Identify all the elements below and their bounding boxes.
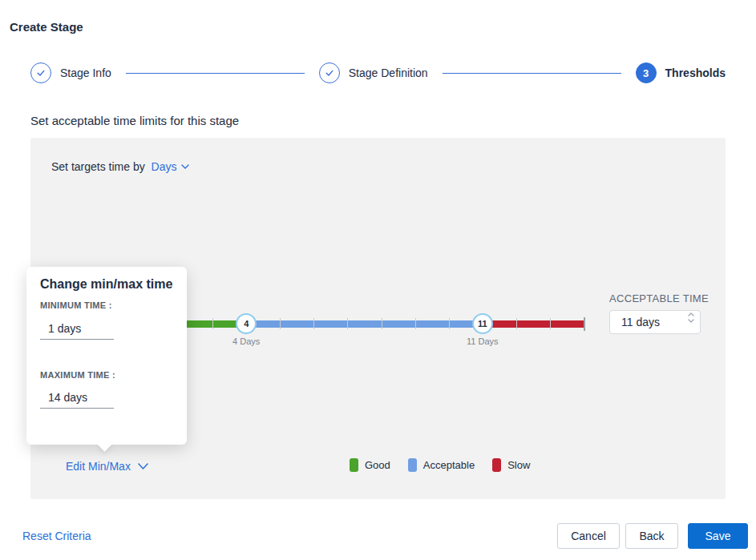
section-subtitle: Set acceptable time limits for this stag… (30, 114, 239, 127)
slider-tick (212, 318, 213, 329)
slider-segment-slow (483, 320, 584, 328)
slider-tick (382, 318, 382, 329)
page-title: Create Stage (10, 20, 83, 34)
slider-handle-4[interactable]: 4 (236, 313, 257, 334)
edit-minmax-label: Edit Min/Max (66, 460, 131, 473)
slider-tick (516, 318, 517, 329)
maximum-time-label: MAXIMUM TIME : (40, 370, 115, 380)
reset-criteria-link[interactable]: Reset Criteria (22, 530, 91, 542)
acceptable-time-input[interactable] (609, 310, 701, 334)
legend-label: Slow (507, 458, 530, 471)
acceptable-swatch-icon (408, 458, 417, 472)
slider-handle-label: 11 Days (455, 336, 511, 346)
slider-legend: Good Acceptable Slow (350, 458, 530, 472)
step-label: Stage Info (60, 66, 111, 79)
popover-title: Change min/max time (40, 277, 172, 292)
chevron-down-icon (138, 463, 148, 469)
legend-item-good: Good (350, 458, 390, 472)
step-label: Thresholds (665, 66, 726, 79)
slider-tick (347, 318, 348, 329)
slider-handle-label: 4 Days (218, 336, 274, 346)
stepper: Stage Info Stage Definition 3 Thresholds (30, 62, 726, 83)
step-thresholds[interactable]: 3 Thresholds (636, 62, 726, 83)
back-button[interactable]: Back (625, 523, 678, 549)
slider-tick (584, 317, 585, 331)
stepper-connector (443, 73, 621, 74)
step-label: Stage Definition (349, 66, 428, 79)
slider-segment-acceptable (246, 320, 483, 328)
slider-tick (415, 318, 416, 329)
stepper-connector (126, 73, 305, 74)
slider-tick (280, 318, 281, 329)
cancel-button[interactable]: Cancel (557, 523, 620, 549)
legend-label: Good (365, 458, 390, 471)
step-stage-info[interactable]: Stage Info (30, 62, 111, 83)
minimum-time-label: MINIMUM TIME : (40, 300, 112, 310)
edit-minmax-toggle[interactable]: Edit Min/Max (66, 460, 148, 473)
save-button[interactable]: Save (688, 523, 748, 549)
step-stage-definition[interactable]: Stage Definition (319, 62, 428, 83)
legend-item-acceptable: Acceptable (408, 458, 475, 472)
chevron-down-icon (688, 319, 694, 323)
legend-item-slow: Slow (492, 458, 530, 472)
slow-swatch-icon (492, 458, 501, 472)
slider-tick (313, 318, 314, 329)
chevron-up-icon (688, 312, 694, 316)
legend-label: Acceptable (423, 458, 475, 471)
number-stepper[interactable] (688, 312, 694, 323)
acceptable-time-label: ACCEPTABLE TIME (579, 292, 739, 304)
acceptable-time-field (609, 310, 701, 334)
create-stage-wizard: Create Stage Stage Info Stage Definition… (0, 0, 756, 560)
step-number-badge: 3 (636, 62, 657, 83)
check-circle-icon (319, 62, 340, 83)
slider-handle-11[interactable]: 11 (472, 313, 493, 334)
slider-tick (449, 318, 450, 329)
good-swatch-icon (350, 458, 358, 472)
maximum-time-input[interactable] (40, 386, 114, 409)
slider-tick (550, 318, 551, 329)
minimum-time-input[interactable] (40, 317, 114, 340)
minmax-popover: Change min/max time MINIMUM TIME : MAXIM… (26, 267, 187, 445)
check-circle-icon (30, 62, 51, 83)
